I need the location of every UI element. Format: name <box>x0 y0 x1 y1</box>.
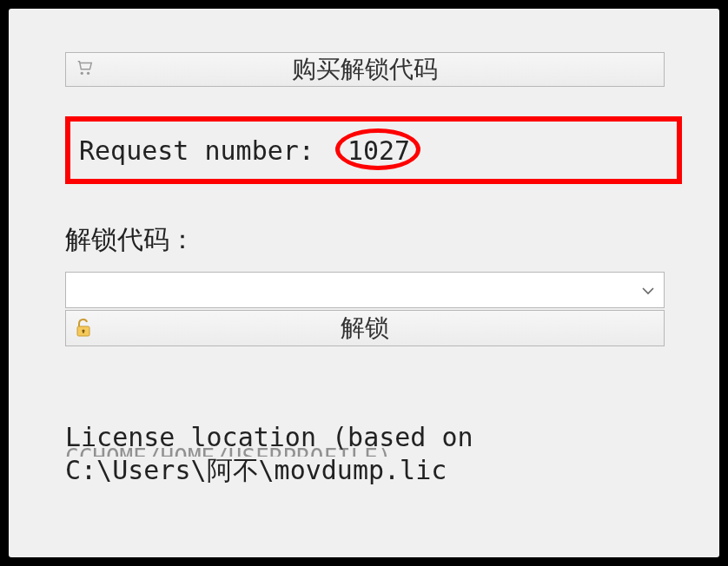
request-number-label: Request number: <box>79 135 314 166</box>
unlock-button-label: 解锁 <box>66 312 664 345</box>
request-number-highlight-box: Request number: 1027 <box>65 116 682 184</box>
license-path: C:\Users\阿不\movdump.lic <box>65 453 663 489</box>
request-number-wrap: 1027 <box>347 135 410 166</box>
request-number-value: 1027 <box>347 135 410 166</box>
chevron-down-icon <box>641 282 655 299</box>
unlock-button[interactable]: 解锁 <box>65 310 665 346</box>
buy-button-label: 购买解锁代码 <box>66 53 664 86</box>
unlock-code-dropdown[interactable] <box>65 272 665 308</box>
dialog-window: 购买解锁代码 Request number: 1027 解锁代码： 解锁 Lic… <box>9 9 719 557</box>
license-env-truncated: CCHOME/HOME/USERPROFILE) <box>65 444 663 457</box>
buy-unlock-code-button[interactable]: 购买解锁代码 <box>65 52 665 87</box>
unlock-code-label: 解锁代码： <box>65 222 663 258</box>
